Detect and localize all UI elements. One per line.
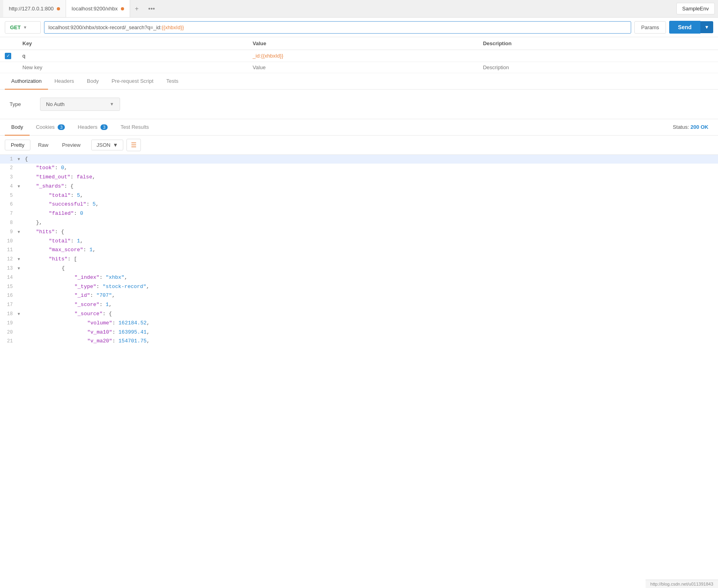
key-cell: [22, 53, 253, 59]
new-key-cell: [22, 64, 253, 70]
tab-headers[interactable]: Headers: [48, 73, 80, 90]
method-selector[interactable]: GET ▼: [5, 21, 41, 34]
line-num-7: 7: [0, 210, 18, 218]
new-value-cell: [253, 64, 483, 70]
line-content-3: "timed_out": false,: [23, 173, 95, 182]
res-tab-body[interactable]: Body: [5, 119, 30, 136]
line-num-13: 13: [0, 265, 18, 272]
line-20-toggle: [18, 330, 23, 336]
line-num-17: 17: [0, 301, 18, 309]
line-17-toggle: [18, 302, 23, 308]
line-21-toggle: [18, 338, 23, 345]
send-dropdown-button[interactable]: ▼: [700, 21, 713, 33]
params-button[interactable]: Params: [634, 21, 666, 34]
collapse-toggle-4[interactable]: ▼: [18, 184, 23, 190]
line-num-8: 8: [0, 219, 18, 227]
line-2-toggle: [18, 165, 23, 172]
new-description-cell: [483, 64, 713, 70]
word-wrap-icon[interactable]: ☰: [126, 139, 141, 151]
tab-body[interactable]: Body: [80, 73, 105, 90]
line-15-toggle: [18, 284, 23, 290]
json-line-1: 1 ▼ {: [0, 155, 718, 164]
collapse-toggle-12[interactable]: ▼: [18, 256, 23, 263]
new-value-input[interactable]: [253, 64, 483, 70]
method-chevron-icon: ▼: [23, 25, 27, 30]
line-num-11: 11: [0, 246, 18, 254]
line-content-1: {: [23, 155, 28, 164]
format-preview[interactable]: Preview: [56, 140, 86, 150]
auth-type-selector[interactable]: No Auth ▼: [40, 98, 120, 111]
url-bar: GET ▼ localhost:9200/xhbx/stock-record/_…: [0, 18, 718, 37]
line-num-1: 1: [0, 156, 18, 163]
url-input[interactable]: localhost:9200/xhbx/stock-record/_search…: [44, 21, 631, 34]
tab-bar: http://127.0.0.1:800 localhost:9200/xhbx…: [0, 0, 718, 18]
value-cell: _id:{{xhbxId}}: [253, 53, 483, 59]
json-line-16: 16 "_id": "707",: [0, 291, 718, 300]
res-tab-test-results[interactable]: Test Results: [114, 119, 155, 136]
res-tab-cookies[interactable]: Cookies 3: [30, 119, 72, 136]
environment-selector[interactable]: SampleEnv: [676, 3, 715, 14]
json-line-7: 7 "failed": 0: [0, 209, 718, 218]
line-num-2: 2: [0, 164, 18, 172]
tab-pre-request-script[interactable]: Pre-request Script: [105, 73, 160, 90]
line-14-toggle: [18, 275, 23, 281]
line-content-18: "_source": {: [23, 310, 112, 318]
checked-icon[interactable]: ✓: [5, 53, 11, 59]
collapse-toggle-13[interactable]: ▼: [18, 266, 23, 272]
line-content-20: "v_ma10": 163995.41,: [23, 328, 150, 337]
line-num-6: 6: [0, 201, 18, 208]
collapse-toggle-18[interactable]: ▼: [18, 311, 23, 318]
line-num-5: 5: [0, 192, 18, 200]
params-header: Key Value Description: [0, 37, 718, 50]
line-content-16: "_id": "707",: [23, 292, 115, 300]
status-prefix: Status:: [673, 124, 689, 130]
line-content-19: "volume": 162184.52,: [23, 319, 150, 328]
tab-item-2[interactable]: localhost:9200/xhbx: [66, 0, 130, 17]
collapse-toggle-1[interactable]: ▼: [18, 156, 23, 163]
tab-more-button[interactable]: •••: [143, 5, 160, 12]
tab-label-2: localhost:9200/xhbx: [72, 6, 118, 12]
json-line-9: 9 ▼ "hits": {: [0, 228, 718, 237]
line-content-5: "total": 5,: [23, 192, 83, 200]
line-content-11: "max_score": 1,: [23, 246, 96, 254]
tab-add-button[interactable]: +: [130, 5, 143, 12]
line-num-21: 21: [0, 338, 18, 345]
response-tabs: Body Cookies 3 Headers 3 Test Results St…: [0, 119, 718, 136]
send-main-button[interactable]: Send: [669, 21, 700, 34]
collapse-toggle-9[interactable]: ▼: [18, 229, 23, 236]
json-line-4: 4 ▼ "_shards": {: [0, 182, 718, 191]
tab-label-1: http://127.0.0.1:800: [9, 6, 54, 12]
tab-tests[interactable]: Tests: [160, 73, 185, 90]
format-pretty[interactable]: Pretty: [5, 140, 30, 150]
key-input[interactable]: [22, 53, 253, 59]
format-type-selector[interactable]: JSON ▼: [91, 140, 123, 150]
line-content-9: "hits": {: [23, 228, 64, 236]
line-content-8: },: [23, 219, 42, 227]
status-indicator: Status: 200 OK: [673, 124, 713, 130]
tab-dot-1: [57, 7, 60, 10]
line-content-21: "v_ma20": 154701.75,: [23, 337, 150, 346]
line-content-4: "_shards": {: [23, 182, 74, 191]
checkbox-col-header: [5, 40, 22, 46]
json-line-17: 17 "_score": 1,: [0, 300, 718, 310]
new-description-input[interactable]: [483, 64, 713, 70]
line-num-19: 19: [0, 320, 18, 327]
format-bar: Pretty Raw Preview JSON ▼ ☰: [0, 136, 718, 155]
line-num-18: 18: [0, 310, 18, 318]
res-tab-headers[interactable]: Headers 3: [71, 119, 114, 136]
tab-item-1[interactable]: http://127.0.0.1:800: [3, 0, 66, 17]
new-key-input[interactable]: [22, 64, 253, 70]
tab-dot-2: [121, 7, 124, 10]
row-checkbox[interactable]: ✓: [5, 52, 22, 59]
bottom-link: http://blog.csdn.net/u011391843: [650, 582, 713, 586]
line-3-toggle: [18, 174, 23, 181]
line-num-15: 15: [0, 283, 18, 291]
line-content-7: "failed": 0: [23, 210, 83, 218]
json-line-12: 12 ▼ "hits": [: [0, 255, 718, 264]
format-raw[interactable]: Raw: [32, 140, 54, 150]
line-content-12: "hits": [: [23, 255, 77, 264]
tab-authorization[interactable]: Authorization: [5, 73, 48, 90]
json-line-5: 5 "total": 5,: [0, 191, 718, 200]
format-type-value: JSON: [96, 142, 110, 148]
send-button-group: Send ▼: [669, 21, 713, 34]
